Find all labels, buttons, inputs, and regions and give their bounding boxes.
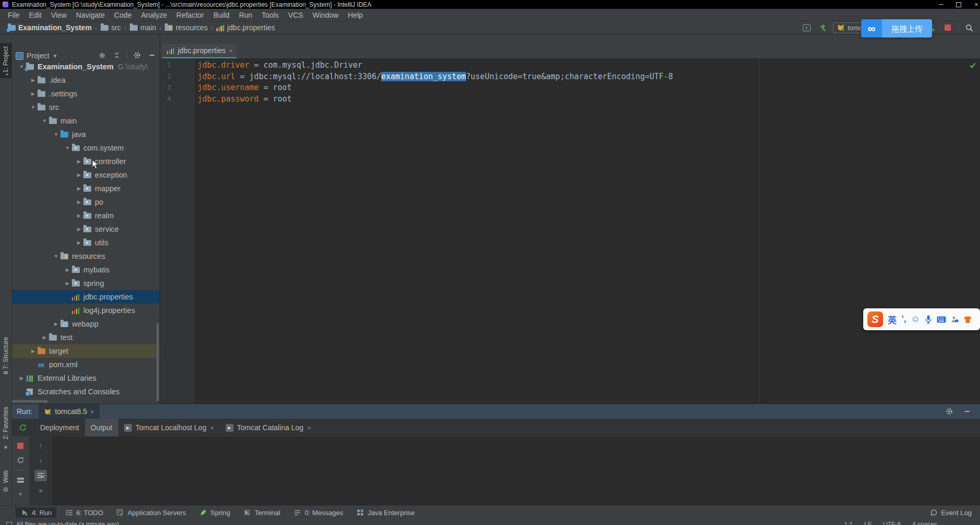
tool-window-button-application-servers[interactable]: Application Servers: [112, 507, 191, 518]
tree-row[interactable]: ▼Examination_SystemG:\study\: [11, 60, 160, 73]
up-stack-trace-icon[interactable]: ↑: [39, 442, 43, 450]
tool-window-button-spring[interactable]: Spring: [194, 507, 235, 518]
tree-row[interactable]: ▶utils: [11, 236, 160, 249]
tree-chevron-icon[interactable]: ▼: [41, 118, 48, 123]
tree-row[interactable]: ▶realm: [11, 209, 160, 222]
tree-chevron-icon[interactable]: ▼: [52, 254, 60, 259]
refresh-icon[interactable]: [16, 456, 24, 464]
locate-file-icon[interactable]: ⊕: [97, 51, 107, 60]
ime-language-mode[interactable]: 英: [888, 313, 897, 326]
stripe-button----project[interactable]: 1: Project: [0, 43, 11, 78]
tree-row[interactable]: ▶test: [11, 331, 160, 344]
tree-chevron-icon[interactable]: ▼: [52, 132, 60, 137]
collapse-all-icon[interactable]: [112, 51, 121, 60]
tool-window-button-4--run[interactable]: 4: Run: [16, 507, 56, 518]
tree-row[interactable]: ▶service: [11, 222, 160, 236]
tree-chevron-icon[interactable]: ▶: [75, 186, 83, 191]
tree-row[interactable]: ▶po: [11, 195, 160, 209]
status-widget[interactable]: 4 spaces: [912, 521, 937, 525]
ime-punctuation-icon[interactable]: ’,: [901, 314, 906, 324]
tree-chevron-icon[interactable]: ▶: [41, 335, 48, 340]
run-output-console[interactable]: S ▼: [52, 436, 980, 506]
breadcrumb-item[interactable]: src: [100, 23, 121, 32]
tree-row[interactable]: ▶exception: [11, 168, 160, 182]
tool-window-button-terminal[interactable]: Terminal: [238, 507, 285, 518]
menu-item-tools[interactable]: Tools: [257, 9, 284, 21]
tree-chevron-icon[interactable]: ▶: [29, 78, 37, 83]
user-toolbox-icon[interactable]: [951, 316, 959, 323]
run-tab-tomcat-catalina-log[interactable]: ▶Tomcat Catalina Log×: [220, 419, 317, 436]
tree-chevron-icon[interactable]: ▶: [75, 172, 83, 178]
tree-chevron-icon[interactable]: ▶: [29, 348, 37, 354]
status-widget[interactable]: UTF-8: [883, 521, 901, 525]
tree-row[interactable]: Scratches and Consoles: [11, 385, 160, 398]
build-hammer-icon[interactable]: [817, 22, 828, 33]
inspection-ok-icon[interactable]: [970, 61, 976, 70]
maximize-button[interactable]: [950, 0, 967, 9]
event-log-button[interactable]: Event Log: [929, 508, 972, 517]
tree-row[interactable]: ▶mapper: [11, 182, 160, 195]
tree-row[interactable]: ▶controller: [11, 155, 160, 168]
hide-panel-icon[interactable]: [962, 407, 972, 416]
tree-row[interactable]: ▼resources: [11, 249, 160, 263]
tree-chevron-icon[interactable]: ▶: [75, 240, 83, 245]
rerun-button[interactable]: [11, 419, 34, 436]
run-tab-tomcat-localhost-log[interactable]: ▶Tomcat Localhost Log×: [118, 419, 220, 436]
menu-item-edit[interactable]: Edit: [24, 9, 46, 21]
breadcrumb-item[interactable]: Examination_System: [7, 23, 92, 32]
menu-item-view[interactable]: View: [46, 9, 71, 21]
tree-chevron-icon[interactable]: ▶: [75, 227, 83, 232]
menu-item-build[interactable]: Build: [209, 9, 234, 21]
menu-item-vcs[interactable]: VCS: [284, 9, 308, 21]
search-everywhere-icon[interactable]: [963, 22, 975, 33]
menu-item-file[interactable]: File: [3, 9, 24, 21]
close-tab-icon[interactable]: ×: [307, 424, 311, 432]
more-options-icon[interactable]: »: [19, 490, 22, 497]
tree-row[interactable]: ▶spring: [11, 277, 160, 290]
tree-chevron-icon[interactable]: ▶: [64, 281, 71, 286]
minimize-button[interactable]: [932, 0, 950, 9]
status-widget[interactable]: LF: [864, 521, 872, 525]
tree-chevron-icon[interactable]: ▶: [75, 199, 83, 205]
close-tab-icon[interactable]: ×: [210, 424, 214, 432]
tree-row[interactable]: jdbc.properties: [11, 290, 160, 304]
tree-row[interactable]: ▶mybatis: [11, 263, 160, 277]
close-button[interactable]: ×: [967, 0, 980, 9]
microphone-icon[interactable]: [925, 315, 932, 324]
tree-chevron-icon[interactable]: ▶: [52, 321, 60, 327]
tree-chevron-icon[interactable]: ▶: [75, 213, 83, 218]
menu-item-navigate[interactable]: Navigate: [71, 9, 109, 21]
gear-icon[interactable]: [945, 407, 954, 416]
tree-row[interactable]: ▶External Libraries: [11, 371, 160, 385]
editor-tab-jdbc-properties[interactable]: jdbc.properties ×: [162, 44, 237, 58]
menu-item-window[interactable]: Window: [308, 9, 344, 21]
status-widget[interactable]: 1:1: [844, 521, 853, 525]
preview-layout-icon[interactable]: [801, 22, 812, 33]
down-stack-trace-icon[interactable]: ↓: [39, 456, 43, 464]
tree-row[interactable]: log4j.properties: [11, 304, 160, 317]
tree-row[interactable]: ▶.settings: [11, 87, 160, 101]
project-view-select[interactable]: Project ▼: [16, 52, 57, 60]
sogou-ime-toolbar[interactable]: S 英 ’, ☺: [863, 308, 980, 330]
tree-chevron-icon[interactable]: ▼: [64, 145, 71, 151]
close-tab-icon[interactable]: ×: [90, 408, 94, 416]
tree-row[interactable]: ▼java: [11, 128, 160, 141]
tool-window-button-0--messages[interactable]: 0: Messages: [289, 507, 348, 518]
tree-row[interactable]: ▶.idea: [11, 73, 160, 87]
breadcrumb-item[interactable]: main: [129, 23, 156, 32]
menu-item-run[interactable]: Run: [234, 9, 257, 21]
emoji-icon[interactable]: ☺: [911, 314, 920, 324]
netdisk-upload-popup[interactable]: ∞ 拖拽上传: [861, 19, 932, 38]
run-tab-output[interactable]: Output: [85, 419, 118, 436]
tree-chevron-icon[interactable]: ▶: [64, 267, 71, 272]
keyboard-icon[interactable]: [937, 316, 946, 323]
tree-row[interactable]: ▶webapp: [11, 317, 160, 331]
stop-button[interactable]: [942, 22, 953, 33]
run-config-tab[interactable]: tomcat8.5 ×: [39, 404, 100, 419]
tree-vertical-scrollbar[interactable]: [156, 323, 159, 401]
tool-window-button-java-enterprise[interactable]: Java Enterprise: [351, 507, 419, 518]
tree-chevron-icon[interactable]: ▼: [29, 105, 37, 110]
tree-row[interactable]: ▼src: [11, 101, 160, 114]
stop-icon[interactable]: [16, 442, 24, 450]
restore-layout-icon[interactable]: [16, 476, 24, 484]
